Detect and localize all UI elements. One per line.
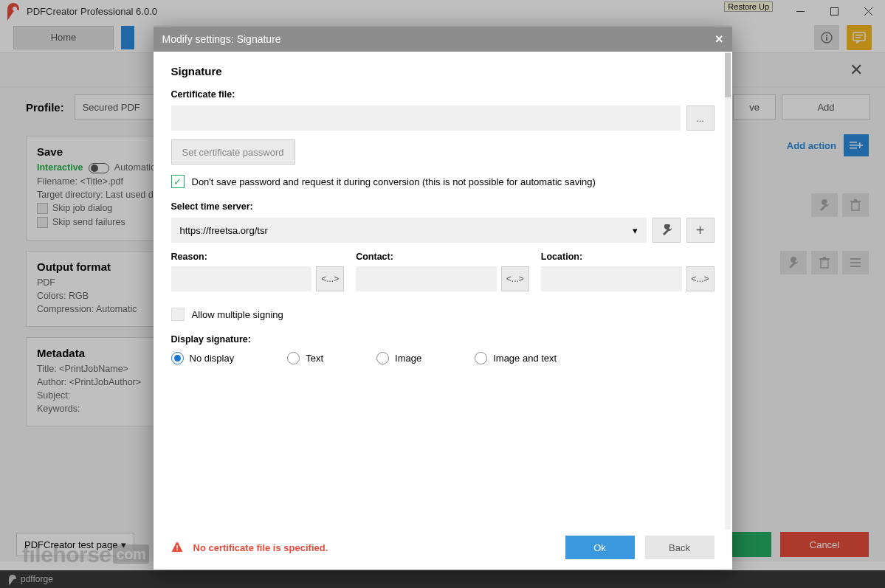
add-server-button[interactable]: + [686, 218, 714, 243]
reason-token-button[interactable]: <...> [316, 266, 344, 291]
scrollbar-thumb[interactable] [725, 53, 731, 97]
contact-label: Contact: [356, 252, 529, 262]
reason-input[interactable] [171, 266, 312, 291]
error-icon [171, 542, 183, 553]
cert-file-label: Certificate file: [171, 89, 714, 100]
time-server-label: Select time server: [171, 201, 714, 212]
location-input[interactable] [541, 266, 682, 291]
allow-multi-checkbox[interactable] [171, 308, 185, 321]
modal-backdrop: Modify settings: Signature × Signature C… [0, 0, 885, 588]
cert-file-input[interactable] [171, 106, 681, 131]
location-token-button[interactable]: <...> [686, 266, 714, 291]
svg-rect-23 [176, 545, 178, 549]
chevron-down-icon: ▾ [633, 225, 638, 236]
time-server-select[interactable]: https://freetsa.org/tsr ▾ [171, 218, 647, 243]
browse-button[interactable]: ... [686, 106, 714, 131]
error-text: No certificate file is specified. [193, 542, 555, 553]
modal-close-icon[interactable]: × [715, 32, 723, 47]
location-label: Location: [541, 252, 714, 262]
contact-input[interactable] [356, 266, 497, 291]
ok-button[interactable]: Ok [565, 536, 635, 559]
modal-footer: No certificate file is specified. Ok Bac… [154, 530, 732, 570]
radio-no-display[interactable]: No display [171, 352, 235, 364]
signature-modal: Modify settings: Signature × Signature C… [154, 27, 732, 570]
reason-label: Reason: [171, 252, 345, 262]
radio-text[interactable]: Text [287, 352, 323, 364]
contact-token-button[interactable]: <...> [501, 266, 529, 291]
scrollbar-track[interactable] [725, 52, 731, 530]
radio-image[interactable]: Image [376, 352, 421, 364]
modal-body: Signature Certificate file: ... Set cert… [154, 52, 732, 530]
section-title: Signature [171, 65, 714, 77]
dont-save-label: Don't save password and request it durin… [192, 176, 596, 187]
back-button[interactable]: Back [645, 536, 714, 559]
allow-multi-label: Allow multiple signing [192, 309, 283, 320]
svg-rect-24 [176, 550, 178, 551]
radio-image-text[interactable]: Image and text [475, 352, 557, 364]
configure-server-button[interactable] [652, 218, 681, 243]
set-password-button[interactable]: Set certificate password [171, 139, 295, 165]
display-sig-label: Display signature: [171, 334, 714, 345]
modal-header: Modify settings: Signature × [154, 27, 732, 52]
dont-save-checkbox[interactable]: ✓ [171, 175, 185, 188]
modal-title: Modify settings: Signature [162, 33, 281, 45]
